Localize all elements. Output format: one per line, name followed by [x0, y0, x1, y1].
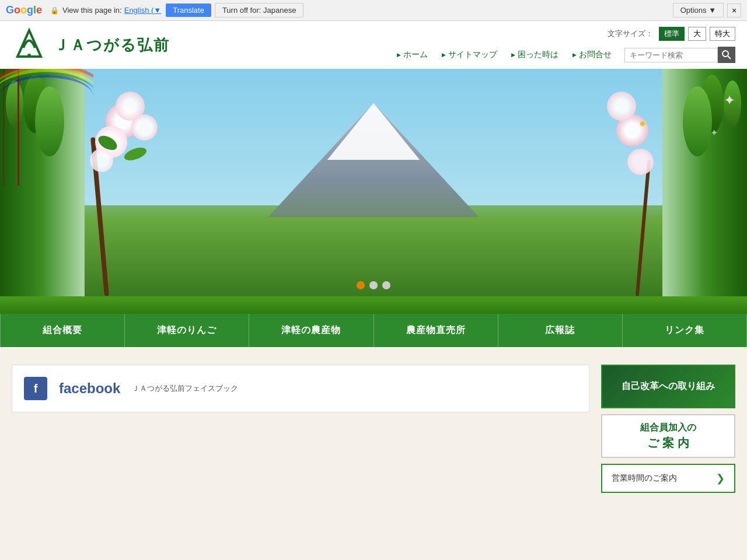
turn-off-button[interactable]: Turn off for: Japanese [215, 3, 303, 18]
member-banner-title: 組合員加入の [640, 422, 696, 434]
sparkle-icon: ✦ [724, 92, 735, 108]
google-logo: Google [6, 4, 42, 16]
svg-line-2 [728, 56, 731, 59]
hours-text: 営業時間のご案内 [612, 473, 677, 484]
font-size-label: 文字サイズ： [608, 29, 653, 39]
search-icon [722, 50, 731, 60]
hero-image [85, 69, 662, 296]
slider-dots [357, 281, 390, 289]
view-page-text: View this page in: [62, 6, 122, 15]
nav-contact[interactable]: お問合せ [566, 47, 619, 62]
search-button[interactable] [718, 47, 735, 63]
language-link[interactable]: English (▼ [124, 6, 161, 15]
nav-home[interactable]: ホーム [390, 47, 435, 62]
right-deco: ✦ ✦ [665, 69, 747, 314]
left-content: f facebook ＪＡつがる弘前フェイスブック [12, 365, 589, 493]
ja-logo-svg [12, 27, 47, 62]
site-header: ＪＡつがる弘前 文字サイズ： 標準 大 特大 ホーム サイトマップ 困った時は … [0, 21, 747, 69]
search-input[interactable] [624, 48, 718, 62]
facebook-box[interactable]: f facebook ＪＡつがる弘前フェイスブック [12, 365, 589, 412]
menu-links[interactable]: リンク集 [623, 314, 747, 347]
options-button[interactable]: Options ▼ [673, 3, 724, 18]
menu-union-overview[interactable]: 組合概要 [0, 314, 125, 347]
hero-slider: ❮ ❯ [0, 69, 747, 296]
svg-point-0 [27, 54, 31, 57]
sparkle-icon2: ✦ [710, 127, 718, 138]
facebook-icon: f [24, 377, 47, 400]
facebook-link[interactable]: ＪＡつがる弘前フェイスブック [132, 383, 238, 394]
hours-arrow: ❯ [716, 472, 725, 485]
nav-help[interactable]: 困った時は [504, 47, 566, 62]
rainbow-area [0, 69, 93, 116]
menu-newsletter[interactable]: 広報誌 [498, 314, 623, 347]
hero-wrapper: ✦ ✦ [0, 69, 747, 314]
search-area [624, 47, 735, 63]
menu-tsugaru-apple[interactable]: 津軽のりんご [125, 314, 249, 347]
self-reform-banner[interactable]: 自己改革への取り組み [601, 365, 735, 408]
member-banner-sub: ご 案 内 [647, 435, 689, 451]
lock-icon: 🔒 [50, 6, 59, 15]
main-content: f facebook ＪＡつがる弘前フェイスブック 自己改革への取り組み 組合員… [0, 347, 747, 510]
right-sidebar: 自己改革への取り組み 組合員加入の ご 案 内 営業時間のご案内 ❯ [601, 365, 735, 493]
logo-area: ＪＡつがる弘前 [12, 27, 170, 62]
font-standard-button[interactable]: 標準 [659, 27, 685, 41]
nav-bar: ホーム サイトマップ 困った時は お問合せ [390, 47, 619, 62]
slide-dot-3[interactable] [382, 281, 390, 289]
business-hours-link[interactable]: 営業時間のご案内 ❯ [601, 464, 735, 493]
menu-tsugaru-produce[interactable]: 津軽の農産物 [249, 314, 374, 347]
member-join-banner[interactable]: 組合員加入の ご 案 内 [601, 414, 735, 458]
svg-point-1 [722, 51, 728, 57]
header-right: 文字サイズ： 標準 大 特大 ホーム サイトマップ 困った時は お問合せ [193, 27, 735, 63]
translate-button[interactable]: Translate [166, 4, 211, 17]
slide-dot-1[interactable] [357, 281, 365, 289]
font-xlarge-button[interactable]: 特大 [710, 27, 735, 41]
site-name: ＪＡつがる弘前 [54, 35, 170, 55]
menu-direct-sales[interactable]: 農産物直売所 [374, 314, 498, 347]
nav-sitemap[interactable]: サイトマップ [435, 47, 504, 62]
green-menu: 組合概要 津軽のりんご 津軽の農産物 農産物直売所 広報誌 リンク集 [0, 314, 747, 347]
font-size-control: 文字サイズ： 標準 大 特大 [608, 27, 735, 41]
slide-dot-2[interactable] [369, 281, 378, 289]
close-button[interactable]: × [727, 4, 741, 18]
font-large-button[interactable]: 大 [688, 27, 706, 41]
facebook-label: facebook [59, 380, 120, 397]
bottom-grass [0, 296, 747, 314]
translate-bar: Google 🔒 View this page in: English (▼ T… [0, 0, 747, 21]
